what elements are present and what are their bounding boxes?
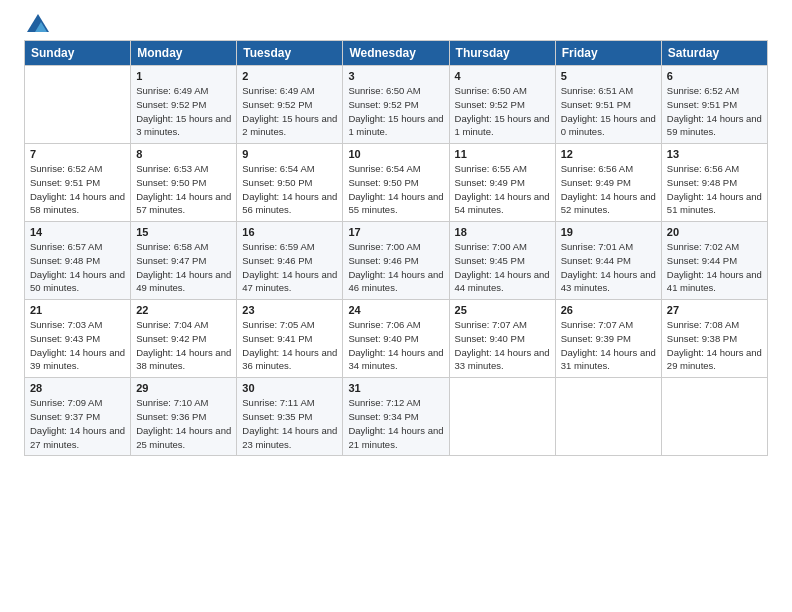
day-detail: Sunrise: 6:57 AMSunset: 9:48 PMDaylight:… bbox=[30, 240, 125, 295]
day-detail: Sunrise: 6:50 AMSunset: 9:52 PMDaylight:… bbox=[455, 84, 550, 139]
header-day-wednesday: Wednesday bbox=[343, 41, 449, 66]
day-detail: Sunrise: 6:55 AMSunset: 9:49 PMDaylight:… bbox=[455, 162, 550, 217]
calendar-cell bbox=[555, 378, 661, 456]
day-number: 16 bbox=[242, 226, 337, 238]
day-detail: Sunrise: 6:49 AMSunset: 9:52 PMDaylight:… bbox=[136, 84, 231, 139]
day-detail: Sunrise: 7:06 AMSunset: 9:40 PMDaylight:… bbox=[348, 318, 443, 373]
day-detail: Sunrise: 7:08 AMSunset: 9:38 PMDaylight:… bbox=[667, 318, 762, 373]
day-number: 9 bbox=[242, 148, 337, 160]
header-day-friday: Friday bbox=[555, 41, 661, 66]
day-number: 21 bbox=[30, 304, 125, 316]
day-detail: Sunrise: 7:12 AMSunset: 9:34 PMDaylight:… bbox=[348, 396, 443, 451]
day-detail: Sunrise: 7:10 AMSunset: 9:36 PMDaylight:… bbox=[136, 396, 231, 451]
day-number: 15 bbox=[136, 226, 231, 238]
day-detail: Sunrise: 6:54 AMSunset: 9:50 PMDaylight:… bbox=[348, 162, 443, 217]
calendar-cell bbox=[25, 66, 131, 144]
day-number: 14 bbox=[30, 226, 125, 238]
day-number: 6 bbox=[667, 70, 762, 82]
day-detail: Sunrise: 6:51 AMSunset: 9:51 PMDaylight:… bbox=[561, 84, 656, 139]
day-number: 17 bbox=[348, 226, 443, 238]
day-detail: Sunrise: 6:59 AMSunset: 9:46 PMDaylight:… bbox=[242, 240, 337, 295]
calendar-cell: 15Sunrise: 6:58 AMSunset: 9:47 PMDayligh… bbox=[131, 222, 237, 300]
calendar-cell: 18Sunrise: 7:00 AMSunset: 9:45 PMDayligh… bbox=[449, 222, 555, 300]
calendar-cell: 23Sunrise: 7:05 AMSunset: 9:41 PMDayligh… bbox=[237, 300, 343, 378]
calendar-cell: 6Sunrise: 6:52 AMSunset: 9:51 PMDaylight… bbox=[661, 66, 767, 144]
calendar-cell: 21Sunrise: 7:03 AMSunset: 9:43 PMDayligh… bbox=[25, 300, 131, 378]
day-number: 10 bbox=[348, 148, 443, 160]
calendar-cell: 27Sunrise: 7:08 AMSunset: 9:38 PMDayligh… bbox=[661, 300, 767, 378]
day-number: 23 bbox=[242, 304, 337, 316]
day-detail: Sunrise: 6:53 AMSunset: 9:50 PMDaylight:… bbox=[136, 162, 231, 217]
header-day-monday: Monday bbox=[131, 41, 237, 66]
calendar-cell: 2Sunrise: 6:49 AMSunset: 9:52 PMDaylight… bbox=[237, 66, 343, 144]
day-detail: Sunrise: 7:11 AMSunset: 9:35 PMDaylight:… bbox=[242, 396, 337, 451]
day-detail: Sunrise: 7:00 AMSunset: 9:46 PMDaylight:… bbox=[348, 240, 443, 295]
day-detail: Sunrise: 6:58 AMSunset: 9:47 PMDaylight:… bbox=[136, 240, 231, 295]
header-day-saturday: Saturday bbox=[661, 41, 767, 66]
day-detail: Sunrise: 6:50 AMSunset: 9:52 PMDaylight:… bbox=[348, 84, 443, 139]
calendar-cell: 25Sunrise: 7:07 AMSunset: 9:40 PMDayligh… bbox=[449, 300, 555, 378]
day-number: 30 bbox=[242, 382, 337, 394]
calendar-cell: 17Sunrise: 7:00 AMSunset: 9:46 PMDayligh… bbox=[343, 222, 449, 300]
calendar-cell: 20Sunrise: 7:02 AMSunset: 9:44 PMDayligh… bbox=[661, 222, 767, 300]
calendar-cell: 1Sunrise: 6:49 AMSunset: 9:52 PMDaylight… bbox=[131, 66, 237, 144]
calendar-cell: 13Sunrise: 6:56 AMSunset: 9:48 PMDayligh… bbox=[661, 144, 767, 222]
day-number: 5 bbox=[561, 70, 656, 82]
day-detail: Sunrise: 6:49 AMSunset: 9:52 PMDaylight:… bbox=[242, 84, 337, 139]
day-detail: Sunrise: 7:05 AMSunset: 9:41 PMDaylight:… bbox=[242, 318, 337, 373]
day-detail: Sunrise: 7:03 AMSunset: 9:43 PMDaylight:… bbox=[30, 318, 125, 373]
day-detail: Sunrise: 7:00 AMSunset: 9:45 PMDaylight:… bbox=[455, 240, 550, 295]
calendar-cell bbox=[449, 378, 555, 456]
calendar-cell bbox=[661, 378, 767, 456]
day-number: 19 bbox=[561, 226, 656, 238]
day-detail: Sunrise: 7:01 AMSunset: 9:44 PMDaylight:… bbox=[561, 240, 656, 295]
calendar-body: 1Sunrise: 6:49 AMSunset: 9:52 PMDaylight… bbox=[25, 66, 768, 456]
calendar-cell: 4Sunrise: 6:50 AMSunset: 9:52 PMDaylight… bbox=[449, 66, 555, 144]
day-detail: Sunrise: 7:07 AMSunset: 9:40 PMDaylight:… bbox=[455, 318, 550, 373]
day-detail: Sunrise: 7:02 AMSunset: 9:44 PMDaylight:… bbox=[667, 240, 762, 295]
header-day-sunday: Sunday bbox=[25, 41, 131, 66]
calendar-table: SundayMondayTuesdayWednesdayThursdayFrid… bbox=[24, 40, 768, 456]
day-detail: Sunrise: 6:52 AMSunset: 9:51 PMDaylight:… bbox=[30, 162, 125, 217]
day-number: 25 bbox=[455, 304, 550, 316]
calendar-cell: 9Sunrise: 6:54 AMSunset: 9:50 PMDaylight… bbox=[237, 144, 343, 222]
day-number: 24 bbox=[348, 304, 443, 316]
page-header bbox=[24, 20, 768, 32]
day-detail: Sunrise: 6:52 AMSunset: 9:51 PMDaylight:… bbox=[667, 84, 762, 139]
calendar-cell: 24Sunrise: 7:06 AMSunset: 9:40 PMDayligh… bbox=[343, 300, 449, 378]
day-number: 20 bbox=[667, 226, 762, 238]
calendar-cell: 29Sunrise: 7:10 AMSunset: 9:36 PMDayligh… bbox=[131, 378, 237, 456]
day-number: 27 bbox=[667, 304, 762, 316]
day-number: 18 bbox=[455, 226, 550, 238]
calendar-cell: 30Sunrise: 7:11 AMSunset: 9:35 PMDayligh… bbox=[237, 378, 343, 456]
calendar-cell: 10Sunrise: 6:54 AMSunset: 9:50 PMDayligh… bbox=[343, 144, 449, 222]
logo-icon bbox=[27, 14, 49, 32]
calendar-header: SundayMondayTuesdayWednesdayThursdayFrid… bbox=[25, 41, 768, 66]
calendar-cell: 5Sunrise: 6:51 AMSunset: 9:51 PMDaylight… bbox=[555, 66, 661, 144]
calendar-week-row: 7Sunrise: 6:52 AMSunset: 9:51 PMDaylight… bbox=[25, 144, 768, 222]
day-detail: Sunrise: 7:04 AMSunset: 9:42 PMDaylight:… bbox=[136, 318, 231, 373]
calendar-cell: 22Sunrise: 7:04 AMSunset: 9:42 PMDayligh… bbox=[131, 300, 237, 378]
day-number: 8 bbox=[136, 148, 231, 160]
header-day-tuesday: Tuesday bbox=[237, 41, 343, 66]
day-number: 13 bbox=[667, 148, 762, 160]
calendar-week-row: 28Sunrise: 7:09 AMSunset: 9:37 PMDayligh… bbox=[25, 378, 768, 456]
calendar-cell: 3Sunrise: 6:50 AMSunset: 9:52 PMDaylight… bbox=[343, 66, 449, 144]
logo bbox=[24, 20, 49, 32]
calendar-cell: 7Sunrise: 6:52 AMSunset: 9:51 PMDaylight… bbox=[25, 144, 131, 222]
day-detail: Sunrise: 6:56 AMSunset: 9:49 PMDaylight:… bbox=[561, 162, 656, 217]
day-detail: Sunrise: 6:56 AMSunset: 9:48 PMDaylight:… bbox=[667, 162, 762, 217]
calendar-cell: 8Sunrise: 6:53 AMSunset: 9:50 PMDaylight… bbox=[131, 144, 237, 222]
day-detail: Sunrise: 7:07 AMSunset: 9:39 PMDaylight:… bbox=[561, 318, 656, 373]
day-detail: Sunrise: 6:54 AMSunset: 9:50 PMDaylight:… bbox=[242, 162, 337, 217]
calendar-cell: 31Sunrise: 7:12 AMSunset: 9:34 PMDayligh… bbox=[343, 378, 449, 456]
day-number: 26 bbox=[561, 304, 656, 316]
calendar-cell: 19Sunrise: 7:01 AMSunset: 9:44 PMDayligh… bbox=[555, 222, 661, 300]
day-number: 31 bbox=[348, 382, 443, 394]
header-row: SundayMondayTuesdayWednesdayThursdayFrid… bbox=[25, 41, 768, 66]
day-number: 28 bbox=[30, 382, 125, 394]
day-number: 3 bbox=[348, 70, 443, 82]
calendar-cell: 11Sunrise: 6:55 AMSunset: 9:49 PMDayligh… bbox=[449, 144, 555, 222]
day-number: 11 bbox=[455, 148, 550, 160]
day-number: 7 bbox=[30, 148, 125, 160]
